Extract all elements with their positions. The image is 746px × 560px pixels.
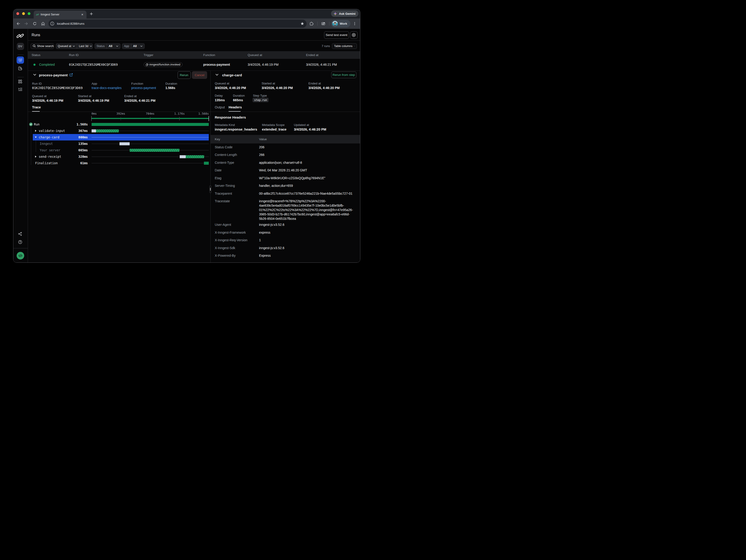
header-value: inngest@traceref=%7B%22tp%22%3A%2200-4ae… bbox=[259, 199, 354, 221]
chevron-down-icon bbox=[354, 46, 355, 47]
minimap-tick bbox=[91, 116, 92, 121]
function-cell: process-payment bbox=[203, 63, 230, 66]
step-ended-label: Ended at bbox=[308, 82, 321, 85]
back-button[interactable] bbox=[14, 20, 22, 28]
time-field-dropdown[interactable]: Queued at bbox=[56, 43, 77, 49]
header-value: 206 bbox=[259, 145, 264, 149]
trace-span-row-run[interactable]: Run1.568s bbox=[28, 121, 210, 127]
profile-name: Work bbox=[340, 22, 347, 25]
run-id-label: Run ID bbox=[32, 82, 42, 85]
span-track-line bbox=[92, 144, 209, 144]
headers-table-rows: Status Code206Content-Length266Content-T… bbox=[210, 144, 360, 260]
show-search-button[interactable]: Show search bbox=[31, 43, 54, 49]
rerun-button[interactable]: Rerun bbox=[178, 71, 191, 79]
span-bar-delay[interactable] bbox=[119, 142, 130, 145]
trace-span-row-validate-input[interactable]: validate-input367ms bbox=[28, 127, 210, 134]
bookmark-star-icon[interactable] bbox=[300, 22, 304, 26]
span-bar-delay[interactable] bbox=[180, 155, 186, 158]
expand-chevron-right-icon[interactable] bbox=[35, 129, 37, 132]
settings-button[interactable] bbox=[350, 31, 357, 39]
tab-trace[interactable]: Trace bbox=[32, 106, 41, 109]
macos-maximize-button[interactable] bbox=[28, 12, 30, 15]
side-panel-button[interactable] bbox=[319, 20, 327, 28]
span-name: Your server bbox=[40, 148, 60, 152]
collapse-chevron-icon[interactable] bbox=[216, 74, 219, 76]
header-key: User-Agent bbox=[215, 223, 231, 227]
span-bar-exec[interactable] bbox=[186, 155, 204, 158]
time-range-dropdown[interactable]: Last 3d bbox=[77, 43, 94, 49]
span-bar-exec[interactable] bbox=[130, 149, 179, 152]
profile-chip[interactable]: Work bbox=[331, 20, 350, 27]
trace-span-row-your-server[interactable]: Your server665ms bbox=[28, 147, 210, 153]
function-link[interactable]: process-payment bbox=[131, 86, 156, 90]
table-row[interactable]: Completed 01KJXD1TQCZ852GMEX0CQF3D69 inn… bbox=[28, 59, 360, 70]
address-bar[interactable]: localhost:8288/runs bbox=[49, 20, 307, 28]
send-test-event-button[interactable]: Send test event bbox=[324, 31, 349, 39]
pane-resize-handle[interactable] bbox=[209, 185, 211, 193]
app-filter-dropdown[interactable]: All bbox=[131, 43, 144, 49]
span-bar-delay[interactable] bbox=[92, 129, 96, 132]
chevron-down-icon bbox=[116, 46, 118, 47]
rerun-from-step-button[interactable]: Rerun from step bbox=[331, 71, 356, 78]
sidebar-item-share[interactable] bbox=[18, 232, 24, 238]
macos-close-button[interactable] bbox=[17, 12, 19, 15]
span-bar-exec[interactable] bbox=[96, 129, 119, 132]
collapse-chevron-icon[interactable] bbox=[33, 74, 36, 76]
step-ended-value: 3/4/2026, 4:46:20 PM bbox=[308, 86, 340, 90]
sidebar-item-search[interactable] bbox=[18, 66, 24, 72]
table-columns-button[interactable]: Table columns bbox=[332, 43, 357, 49]
tab-headers[interactable]: Headers bbox=[229, 106, 242, 109]
header-row-x-inngest-req-version: X-Inngest-Req-Version1 bbox=[210, 236, 360, 244]
app-link[interactable]: trace-docs-examples bbox=[92, 86, 121, 90]
extensions-button[interactable] bbox=[308, 20, 316, 28]
step-duration-label: Duration bbox=[233, 94, 245, 97]
ended-at-cell: 3/4/2026, 4:46:21 PM bbox=[306, 63, 337, 66]
expand-chevron-down-icon[interactable] bbox=[35, 136, 37, 138]
forward-icon bbox=[25, 22, 28, 26]
span-duration: 665ms bbox=[72, 148, 88, 152]
new-tab-button[interactable] bbox=[89, 12, 93, 16]
span-bar-exec-solid[interactable] bbox=[204, 162, 209, 165]
dev-tools-button[interactable] bbox=[17, 252, 24, 260]
status-filter-dropdown[interactable]: All bbox=[107, 43, 120, 49]
inngest-logo bbox=[17, 33, 24, 38]
header-value: application/json; charset=utf-8 bbox=[259, 160, 302, 165]
ask-gemini-button[interactable]: Ask Gemini bbox=[331, 10, 358, 17]
trace-span-row-finalization[interactable]: Finalization61ms bbox=[28, 160, 210, 166]
tab-output[interactable]: Output bbox=[215, 106, 225, 109]
header-row-x-inngest-framework: X-Inngest-Frameworkexpress bbox=[210, 229, 360, 237]
trigger-badge[interactable]: inngest/function.invoked bbox=[144, 62, 182, 67]
trace-span-row-send-receipt[interactable]: send-receipt328ms bbox=[28, 153, 210, 160]
sidebar-item-help[interactable] bbox=[18, 240, 24, 246]
reload-button[interactable] bbox=[30, 20, 39, 28]
status-cell: Completed bbox=[33, 63, 55, 66]
sidebar-item-terminal[interactable] bbox=[18, 88, 24, 92]
status-dot bbox=[33, 64, 35, 66]
forward-button[interactable] bbox=[22, 20, 30, 28]
span-name: charge-card bbox=[39, 136, 59, 139]
started-label: Started at bbox=[78, 94, 92, 98]
expand-chevron-right-icon[interactable] bbox=[35, 155, 37, 158]
tab-close-icon[interactable]: × bbox=[80, 12, 84, 17]
minimap-tick bbox=[208, 116, 209, 121]
sidebar-item-apps[interactable] bbox=[18, 80, 24, 85]
external-link-icon[interactable] bbox=[69, 73, 73, 77]
url-text: localhost:8288/runs bbox=[57, 22, 300, 25]
home-icon bbox=[41, 22, 45, 26]
macos-minimize-button[interactable] bbox=[22, 12, 25, 15]
home-button[interactable] bbox=[39, 20, 47, 28]
inngest-app: DV bbox=[13, 29, 360, 263]
help-icon bbox=[18, 240, 22, 244]
trace-span-row-charge-card[interactable]: charge-card800ms bbox=[28, 134, 210, 141]
env-badge[interactable]: DV bbox=[17, 43, 24, 50]
cancel-button[interactable]: Cancel bbox=[192, 71, 207, 79]
sidebar-item-runs[interactable] bbox=[17, 57, 24, 64]
browser-menu-button[interactable] bbox=[350, 20, 359, 28]
span-bar-exec-solid[interactable] bbox=[92, 123, 209, 126]
span-duration: 135ms bbox=[72, 142, 88, 146]
header-row-status-code: Status Code206 bbox=[210, 144, 360, 151]
site-info-icon[interactable] bbox=[50, 21, 55, 26]
browser-tab[interactable]: Inngest Server × bbox=[34, 10, 86, 19]
trace-span-row-inngest[interactable]: Inngest135ms bbox=[28, 141, 210, 147]
header-value: handler, action;dur=659 bbox=[259, 184, 293, 188]
